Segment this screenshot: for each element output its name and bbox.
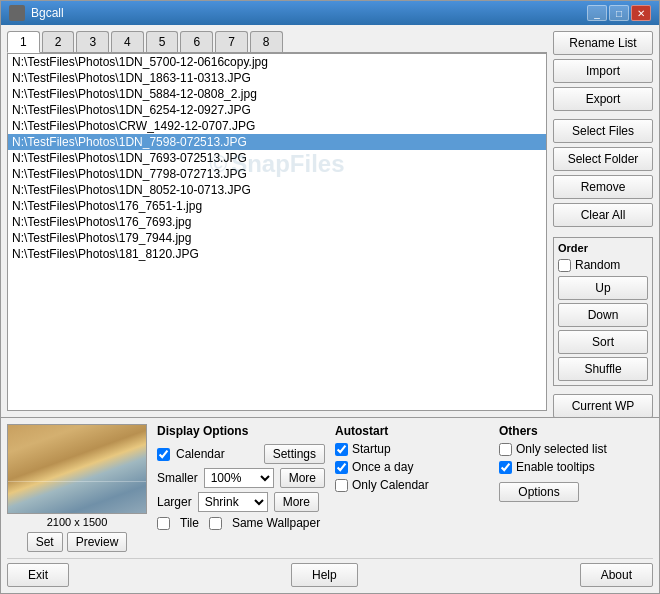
smaller-label: Smaller — [157, 471, 198, 485]
bottom-section: 2100 x 1500 Set Preview Display Options … — [1, 417, 659, 593]
file-list-item[interactable]: N:\TestFiles\Photos\176_7651-1.jpg — [8, 198, 546, 214]
random-checkbox[interactable] — [558, 259, 571, 272]
tile-label: Tile — [180, 516, 199, 530]
title-bar-left: Bgcall — [9, 5, 64, 21]
file-list-item[interactable]: N:\TestFiles\Photos\1DN_7598-072513.JPG — [8, 134, 546, 150]
app-icon — [9, 5, 25, 21]
file-list-item[interactable]: N:\TestFiles\Photos\1DN_1863-11-0313.JPG — [8, 70, 546, 86]
same-wallpaper-checkbox[interactable] — [209, 517, 222, 530]
title-bar-controls: _ □ ✕ — [587, 5, 651, 21]
startup-checkbox[interactable] — [335, 443, 348, 456]
file-list-item[interactable]: N:\TestFiles\Photos\1DN_8052-10-0713.JPG — [8, 182, 546, 198]
random-row: Random — [558, 258, 648, 272]
order-label: Order — [558, 242, 648, 254]
calendar-label: Calendar — [176, 447, 225, 461]
window-title: Bgcall — [31, 6, 64, 20]
order-group: Order Random Up Down Sort Shuffle — [553, 237, 653, 386]
only-selected-row: Only selected list — [499, 442, 653, 456]
larger-row: Larger Shrink Stretch Fit More — [157, 492, 325, 512]
tab-8[interactable]: 8 — [250, 31, 283, 52]
file-list-item[interactable]: N:\TestFiles\Photos\1DN_7798-072713.JPG — [8, 166, 546, 182]
file-list[interactable]: N:\TestFiles\Photos\1DN_5700-12-0616copy… — [7, 53, 547, 411]
tab-4[interactable]: 4 — [111, 31, 144, 52]
file-list-item[interactable]: N:\TestFiles\Photos\181_8120.JPG — [8, 246, 546, 262]
only-calendar-checkbox[interactable] — [335, 479, 348, 492]
autostart-section: Autostart Startup Once a day Only Calend… — [335, 424, 489, 496]
select-files-button[interactable]: Select Files — [553, 119, 653, 143]
display-options: Display Options Calendar Settings Smalle… — [157, 424, 325, 530]
larger-more-button[interactable]: More — [274, 492, 319, 512]
import-button[interactable]: Import — [553, 59, 653, 83]
calendar-row: Calendar Settings — [157, 444, 325, 464]
once-a-day-checkbox[interactable] — [335, 461, 348, 474]
tab-7[interactable]: 7 — [215, 31, 248, 52]
startup-row: Startup — [335, 442, 489, 456]
file-list-item[interactable]: N:\TestFiles\Photos\1DN_5700-12-0616copy… — [8, 54, 546, 70]
bottom-buttons: Exit Help About — [7, 558, 653, 587]
tab-5[interactable]: 5 — [146, 31, 179, 52]
select-folder-button[interactable]: Select Folder — [553, 147, 653, 171]
calendar-checkbox[interactable] — [157, 448, 170, 461]
tile-checkbox[interactable] — [157, 517, 170, 530]
main-content: 12345678 N:\TestFiles\Photos\1DN_5700-12… — [1, 25, 659, 417]
set-button[interactable]: Set — [27, 532, 63, 552]
settings-button[interactable]: Settings — [264, 444, 325, 464]
current-wp-button[interactable]: Current WP — [553, 394, 653, 417]
file-list-item[interactable]: N:\TestFiles\Photos\CRW_1492-12-0707.JPG — [8, 118, 546, 134]
smaller-select[interactable]: 100% 75% 50% — [204, 468, 274, 488]
remove-button[interactable]: Remove — [553, 175, 653, 199]
random-label: Random — [575, 258, 620, 272]
only-calendar-row: Only Calendar — [335, 478, 489, 492]
enable-tooltips-checkbox[interactable] — [499, 461, 512, 474]
file-list-item[interactable]: N:\TestFiles\Photos\1DN_6254-12-0927.JPG — [8, 102, 546, 118]
only-selected-label: Only selected list — [516, 442, 607, 456]
export-button[interactable]: Export — [553, 87, 653, 111]
preview-buttons: Set Preview — [27, 532, 128, 552]
rename-list-button[interactable]: Rename List — [553, 31, 653, 55]
larger-select[interactable]: Shrink Stretch Fit — [198, 492, 268, 512]
left-panel: 12345678 N:\TestFiles\Photos\1DN_5700-12… — [7, 31, 547, 411]
only-calendar-label: Only Calendar — [352, 478, 429, 492]
options-button[interactable]: Options — [499, 482, 579, 502]
same-wallpaper-label: Same Wallpaper — [232, 516, 320, 530]
file-list-item[interactable]: N:\TestFiles\Photos\176_7693.jpg — [8, 214, 546, 230]
once-a-day-row: Once a day — [335, 460, 489, 474]
preview-button[interactable]: Preview — [67, 532, 128, 552]
file-list-item[interactable]: N:\TestFiles\Photos\179_7944.jpg — [8, 230, 546, 246]
others-section: Others Only selected list Enable tooltip… — [499, 424, 653, 502]
file-list-item[interactable]: N:\TestFiles\Photos\1DN_7693-072513.JPG — [8, 150, 546, 166]
preview-image — [7, 424, 147, 514]
maximize-button[interactable]: □ — [609, 5, 629, 21]
clear-all-button[interactable]: Clear All — [553, 203, 653, 227]
file-list-item[interactable]: N:\TestFiles\Photos\1DN_5884-12-0808_2.j… — [8, 86, 546, 102]
once-a-day-label: Once a day — [352, 460, 413, 474]
title-bar: Bgcall _ □ ✕ — [1, 1, 659, 25]
tab-2[interactable]: 2 — [42, 31, 75, 52]
startup-label: Startup — [352, 442, 391, 456]
autostart-title: Autostart — [335, 424, 489, 438]
about-button[interactable]: About — [580, 563, 653, 587]
help-button[interactable]: Help — [291, 563, 358, 587]
preview-area: 2100 x 1500 Set Preview — [7, 424, 147, 552]
only-selected-checkbox[interactable] — [499, 443, 512, 456]
sort-button[interactable]: Sort — [558, 330, 648, 354]
minimize-button[interactable]: _ — [587, 5, 607, 21]
others-title: Others — [499, 424, 653, 438]
main-window: Bgcall _ □ ✕ 12345678 N:\TestFiles\Photo… — [0, 0, 660, 594]
preview-dimensions: 2100 x 1500 — [47, 516, 108, 528]
larger-label: Larger — [157, 495, 192, 509]
bottom-row: 2100 x 1500 Set Preview Display Options … — [7, 424, 653, 552]
tile-row: Tile Same Wallpaper — [157, 516, 325, 530]
tab-6[interactable]: 6 — [180, 31, 213, 52]
enable-tooltips-row: Enable tooltips — [499, 460, 653, 474]
close-button[interactable]: ✕ — [631, 5, 651, 21]
exit-button[interactable]: Exit — [7, 563, 69, 587]
smaller-more-button[interactable]: More — [280, 468, 325, 488]
tab-1[interactable]: 1 — [7, 31, 40, 53]
right-panel: Rename List Import Export Select Files S… — [553, 31, 653, 411]
down-button[interactable]: Down — [558, 303, 648, 327]
up-button[interactable]: Up — [558, 276, 648, 300]
tab-3[interactable]: 3 — [76, 31, 109, 52]
shuffle-button[interactable]: Shuffle — [558, 357, 648, 381]
display-options-title: Display Options — [157, 424, 325, 438]
